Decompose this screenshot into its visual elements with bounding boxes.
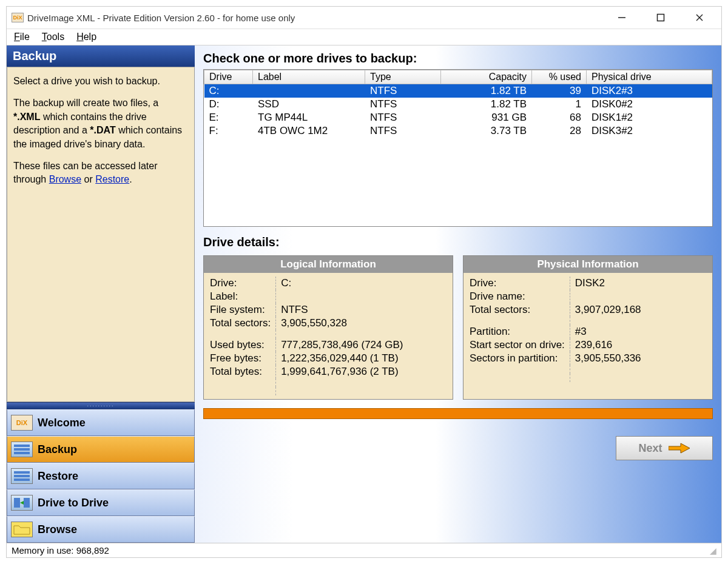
maximize-button[interactable] (649, 9, 673, 26)
col-physical[interactable]: Physical drive (587, 70, 712, 84)
sidebar-desc-p1: Select a drive you wish to backup. (13, 75, 188, 88)
main-panel: Check one or more drives to backup: Driv… (195, 45, 721, 543)
browse-link[interactable]: Browse (49, 174, 81, 184)
svg-rect-11 (24, 498, 30, 508)
folder-icon (11, 522, 33, 537)
col-label[interactable]: Label (253, 70, 365, 84)
progress-bar (203, 408, 713, 419)
statusbar: Memory in use: 968,892 ◢ (7, 543, 721, 557)
drive-table[interactable]: Drive Label Type Capacity % used Physica… (203, 69, 713, 227)
nav-list: DiX Welcome Backup Restore (7, 409, 195, 543)
svg-marker-12 (20, 501, 24, 505)
logical-panel: Logical Information Drive:C: Label: File… (203, 255, 453, 400)
sidebar-description: Select a drive you wish to backup. The b… (7, 67, 195, 402)
col-drive[interactable]: Drive (204, 70, 253, 84)
svg-rect-10 (14, 498, 20, 508)
nav-drive-to-drive[interactable]: Drive to Drive (7, 489, 195, 516)
nav-label: Restore (38, 470, 78, 483)
nav-restore[interactable]: Restore (7, 463, 195, 489)
window-title: DriveImage XML - Private Edition Version… (27, 13, 610, 23)
close-button[interactable] (687, 9, 712, 26)
sidebar-header: Backup (7, 45, 195, 67)
drive-to-drive-icon (11, 495, 33, 511)
physical-panel: Physical Information Drive:DISK2 Drive n… (463, 255, 713, 400)
nav-welcome[interactable]: DiX Welcome (7, 409, 195, 436)
col-used[interactable]: % used (532, 70, 587, 84)
svg-rect-4 (14, 445, 30, 447)
body-area: Backup Select a drive you wish to backup… (7, 45, 721, 543)
details-heading: Drive details: (203, 235, 713, 249)
col-type[interactable]: Type (365, 70, 441, 84)
table-row[interactable]: E:TG MP44LNTFS931 GB68DISK1#2 (204, 111, 712, 124)
table-row[interactable]: D:SSDNTFS1.82 TB1DISK0#2 (204, 98, 712, 111)
resize-grip[interactable]: ◢ (710, 546, 716, 556)
nav-browse[interactable]: Browse (7, 516, 195, 543)
svg-rect-7 (14, 471, 30, 474)
nav-backup[interactable]: Backup (7, 436, 195, 463)
physical-panel-title: Physical Information (463, 256, 712, 273)
sidebar-desc-p3: These files can be accessed later throug… (13, 159, 188, 187)
logical-panel-title: Logical Information (204, 256, 453, 273)
app-window: DiX DriveImage XML - Private Edition Ver… (6, 6, 722, 558)
minimize-button[interactable] (610, 9, 634, 26)
nav-grip[interactable]: ·········· (7, 402, 195, 409)
svg-rect-1 (658, 15, 664, 21)
app-icon: DiX (12, 13, 24, 22)
next-label: Next (638, 442, 662, 455)
restore-icon (11, 468, 33, 484)
restore-link[interactable]: Restore (95, 174, 129, 184)
table-row[interactable]: C:NTFS1.82 TB39DISK2#3 (204, 84, 712, 98)
statusbar-text: Memory in use: 968,892 (12, 545, 109, 556)
dix-icon: DiX (11, 415, 33, 431)
svg-marker-13 (669, 443, 690, 453)
next-button[interactable]: Next (616, 436, 713, 460)
svg-rect-5 (14, 448, 30, 451)
svg-rect-6 (14, 452, 30, 454)
nav-label: Backup (38, 443, 77, 456)
table-row[interactable]: F:4TB OWC 1M2NTFS3.73 TB28DISK3#2 (204, 124, 712, 138)
menubar: File Tools Help (7, 29, 721, 45)
svg-rect-9 (14, 478, 30, 481)
nav-label: Welcome (38, 417, 86, 429)
menu-file[interactable]: File (14, 32, 30, 42)
nav-label: Browse (38, 523, 77, 536)
main-heading: Check one or more drives to backup: (203, 52, 713, 65)
menu-tools[interactable]: Tools (42, 32, 64, 42)
sidebar-desc-p2: The backup will create two files, a *.XM… (13, 96, 188, 151)
col-capacity[interactable]: Capacity (441, 70, 532, 84)
nav-label: Drive to Drive (38, 497, 109, 509)
svg-rect-8 (14, 475, 30, 477)
sidebar: Backup Select a drive you wish to backup… (7, 45, 195, 543)
arrow-right-icon (669, 442, 690, 454)
backup-icon (11, 441, 33, 457)
menu-help[interactable]: Help (76, 32, 96, 42)
titlebar: DiX DriveImage XML - Private Edition Ver… (7, 7, 721, 29)
